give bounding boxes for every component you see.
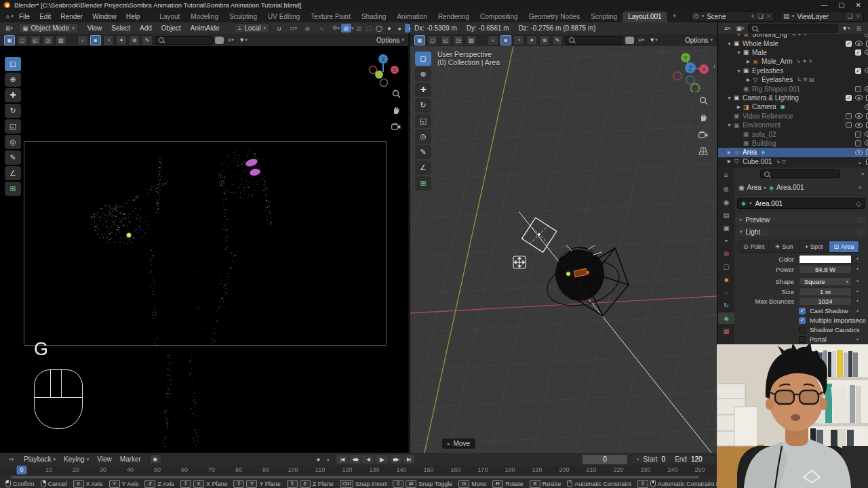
camera-view-icon[interactable] xyxy=(698,129,709,140)
viewport-menu-select[interactable]: Select xyxy=(106,24,135,32)
properties-tab-render-icon[interactable]: ◉ xyxy=(718,197,734,208)
properties-tab-view-layer-icon[interactable]: ▣ xyxy=(718,222,734,234)
outliner-row[interactable]: ▣Rig Shapes.001 xyxy=(718,84,868,93)
checkbox-cast-shadow[interactable]: ✓ xyxy=(799,308,806,314)
mode-dropdown[interactable]: ▣ Object Mode▾ xyxy=(18,23,79,33)
tool-annotate[interactable]: ✎ xyxy=(415,145,431,159)
list-dropdown-icon[interactable]: ≡▾ xyxy=(636,36,646,45)
menu-render[interactable]: Render xyxy=(56,13,87,20)
select-mode-button-1[interactable]: ◻ xyxy=(427,35,438,45)
collection-checkbox[interactable] xyxy=(855,131,861,138)
left-nav-gizmo[interactable]: Z X xyxy=(368,50,403,89)
toggle-icon-1[interactable]: ■ xyxy=(500,35,511,45)
gizmo-toggle-icon[interactable]: ⟐▾ xyxy=(331,24,341,33)
expand-arrow[interactable]: ▶ xyxy=(726,150,732,155)
left-viewport[interactable]: ◻⊕✚↻◱◎✎∠⊞ Z X G xyxy=(0,46,408,453)
fake-user-shield-icon[interactable]: ◇ xyxy=(856,200,861,207)
auto-key-icon[interactable]: ◉ xyxy=(149,454,161,464)
outliner-row[interactable]: ▶▽Eyelashes↳⚙▤ xyxy=(718,75,868,84)
editor-type-icon[interactable]: ≡ xyxy=(718,169,734,181)
hide-eye-icon[interactable] xyxy=(865,86,868,92)
prev-frame-button[interactable]: ◀ xyxy=(362,455,374,464)
proportional-falloff-icon[interactable]: ∿ xyxy=(317,24,327,33)
size-field[interactable]: 1 m xyxy=(799,287,852,296)
right-nav-gizmo[interactable]: Y Z X xyxy=(672,50,710,92)
toggle-icon-5[interactable]: ✎ xyxy=(142,35,153,45)
display-mode-icon[interactable]: ≡▾ xyxy=(722,24,732,33)
properties-tab-object-icon[interactable]: ■ xyxy=(718,274,734,285)
outliner-row[interactable]: ▣Building xyxy=(718,139,868,148)
hide-eye-icon[interactable] xyxy=(865,131,868,137)
toggle-icon-2[interactable]: ◔ xyxy=(103,35,114,45)
current-frame-field[interactable]: 0 xyxy=(582,454,628,465)
snap-magnet-icon[interactable]: ∪ xyxy=(274,24,284,33)
shape-animate-dot[interactable]: • xyxy=(856,277,859,286)
next-keyframe-button[interactable]: ◆▶ xyxy=(390,455,401,464)
select-mode-button-4[interactable]: ▨ xyxy=(56,35,66,45)
outliner-row[interactable]: ▼жSombra_rig↳✦✧ xyxy=(718,34,868,39)
toggle-icon-0[interactable]: ● xyxy=(77,35,88,45)
outliner-row[interactable]: ▣sofa_02 xyxy=(718,129,868,138)
collection-checkbox[interactable] xyxy=(855,86,861,92)
toggle-icon-1[interactable]: ■ xyxy=(90,35,101,45)
power-animate-dot[interactable]: • xyxy=(856,265,859,274)
tool-search-input[interactable] xyxy=(565,36,623,45)
properties-tab-physics-icon[interactable]: ↻ xyxy=(718,300,734,311)
hide-eye-icon[interactable] xyxy=(865,140,868,146)
list-dropdown-icon[interactable]: ≡▾ xyxy=(226,36,236,45)
workspace-tab-sculpting[interactable]: Sculpting xyxy=(224,12,262,22)
tool-scale[interactable]: ◱ xyxy=(5,119,21,134)
filter-settings-icon[interactable]: ⊞ xyxy=(854,24,864,33)
animate-dot[interactable]: • xyxy=(856,307,859,316)
toggle-icon-4[interactable]: ⊛ xyxy=(539,35,550,45)
outliner-row[interactable]: ▼▣Whole Male✓ xyxy=(718,39,868,47)
expand-arrow[interactable]: ▼ xyxy=(726,96,732,100)
jump-start-button[interactable]: |◀ xyxy=(336,455,348,464)
collection-filter-icon[interactable]: ▣▾ xyxy=(735,24,745,33)
viewport-menu-animaide[interactable]: AnimAide xyxy=(186,24,224,32)
viewport-menu-object[interactable]: Object xyxy=(157,24,186,32)
pin-icon[interactable]: ✧ xyxy=(857,184,863,191)
properties-tab-object-data-icon[interactable]: ◈ xyxy=(718,312,734,324)
shading-solid-icon[interactable]: ● xyxy=(384,24,395,33)
select-mode-button-4[interactable]: ▨ xyxy=(466,35,477,45)
hide-eye-icon[interactable] xyxy=(855,123,863,128)
color-animate-dot[interactable]: • xyxy=(856,255,859,264)
properties-tab-tool-icon[interactable]: ⚙ xyxy=(718,184,734,195)
color-pill-button[interactable] xyxy=(215,37,224,44)
workspace-tab-animation[interactable]: Animation xyxy=(391,12,432,22)
record-chevron[interactable]: ▾ xyxy=(327,458,330,463)
tool-cursor[interactable]: ⊕ xyxy=(5,73,21,87)
collection-checkbox[interactable]: ✓ xyxy=(846,95,852,101)
max-bounces-animate-dot[interactable]: • xyxy=(856,297,859,306)
toggle-icon-3[interactable]: ✦ xyxy=(526,35,537,45)
tool-move[interactable]: ✚ xyxy=(5,88,21,102)
tool-select-box[interactable]: ◻ xyxy=(415,52,431,66)
color-pill-button[interactable] xyxy=(625,37,634,44)
data-name-field[interactable]: ◈▾ Area.001 ◇ xyxy=(737,198,865,209)
checkbox-multiple-importance[interactable]: ✓ xyxy=(799,317,806,324)
collection-checkbox[interactable] xyxy=(846,122,852,128)
properties-tab-scene-icon[interactable]: ◓ xyxy=(718,235,734,247)
collapse-chevron-icon[interactable]: ⌄ xyxy=(857,158,863,165)
start-value[interactable]: 0 xyxy=(662,455,666,463)
breadcrumb-object[interactable]: Area xyxy=(747,184,762,191)
viewport-menu-add[interactable]: Add xyxy=(135,24,157,32)
expand-arrow[interactable]: ▶ xyxy=(726,159,732,164)
checkbox-shadow-caustics[interactable] xyxy=(799,327,806,333)
workspace-tab-uv-editing[interactable]: UV Editing xyxy=(262,12,305,22)
outliner-row[interactable]: ▣Video Reference xyxy=(718,112,868,121)
overlays-toggle-icon[interactable]: ◎ xyxy=(341,24,351,33)
outliner-row[interactable]: ▶▽Cube.001↳▽⌄ xyxy=(718,157,868,166)
scene-selector[interactable]: ⌬▾ Scene ✧ ❏ ✕ xyxy=(690,12,775,22)
snap-settings-icon[interactable]: ⁙▾ xyxy=(288,24,298,33)
outliner-row[interactable]: ▶жMale_Arm↳✦✧ xyxy=(718,57,868,66)
checkbox-portal[interactable] xyxy=(799,336,806,343)
outliner-row-selected[interactable]: ▶☼Area◈ xyxy=(718,148,868,157)
tool-search-input[interactable] xyxy=(155,36,213,45)
workspace-tab-geometry-nodes[interactable]: Geometry Nodes xyxy=(524,12,586,22)
xray-toggle-icon[interactable]: ▥ xyxy=(354,24,364,33)
preview-panel-header[interactable]: ▸Preview ∷ xyxy=(736,215,867,224)
viewport-menu-view[interactable]: View xyxy=(83,24,107,32)
workspace-tab-layout-001[interactable]: Layout.001 xyxy=(623,12,667,22)
